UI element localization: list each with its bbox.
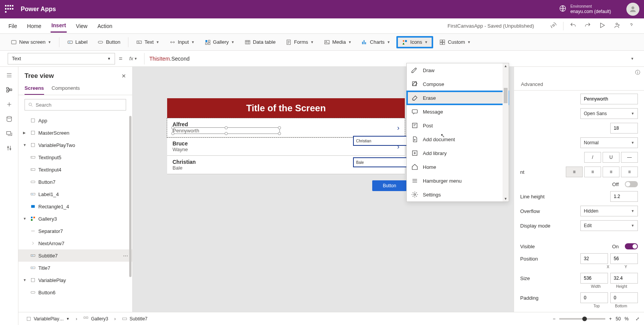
tree-search[interactable]	[25, 99, 126, 111]
label-button[interactable]: Label	[63, 37, 92, 48]
hamburger-icon[interactable]	[5, 71, 13, 79]
forms-button[interactable]: Forms▼	[282, 37, 318, 48]
button-button[interactable]: Button	[94, 37, 124, 48]
tab-advanced[interactable]: Advanced	[521, 78, 543, 90]
zoom-plus-icon[interactable]: +	[609, 316, 612, 322]
property-selector[interactable]: Text ▼	[8, 53, 115, 64]
icon-option-adddoc[interactable]: Add document	[407, 132, 509, 146]
icon-option-erase[interactable]: Erase↖	[407, 91, 509, 105]
data-table-button[interactable]: Data table	[241, 37, 279, 48]
insert-icon[interactable]	[5, 101, 13, 108]
icons-button[interactable]: Icons▼	[396, 36, 433, 48]
environment-picker[interactable]: Environment enayu.com (default)	[559, 4, 611, 14]
tree-node-btn7[interactable]: Button7	[18, 176, 132, 188]
icon-option-compose[interactable]: Compose	[407, 77, 509, 91]
icon-option-home[interactable]: Home	[407, 160, 509, 174]
button7[interactable]: Button	[372, 180, 407, 191]
dropdown-scrollbar[interactable]: ▲▼	[503, 63, 509, 201]
align-right-button[interactable]: ≡	[603, 167, 619, 177]
formula-input[interactable]: ThisItem.Second	[144, 53, 624, 64]
prop-width[interactable]	[580, 273, 608, 284]
chevron-right-icon[interactable]: ›	[397, 124, 399, 132]
prop-y[interactable]	[610, 253, 638, 264]
tree-node-master[interactable]: ▶MasterScreen	[18, 127, 132, 139]
tree-node-ti5[interactable]: TextInput5	[18, 151, 132, 163]
new-screen-button[interactable]: New screen▼	[7, 37, 55, 48]
italic-button[interactable]: /	[584, 152, 601, 163]
gallery-row-1[interactable]: Alfred Pennyworth ›	[167, 118, 405, 137]
tree-node-rect14[interactable]: Rectangle1_4	[18, 200, 132, 213]
crumb-gallery[interactable]: Gallery3	[80, 315, 111, 322]
prop-x[interactable]	[580, 253, 608, 264]
media-panel-icon[interactable]	[5, 130, 13, 137]
zoom-minus-icon[interactable]: −	[553, 316, 555, 322]
icon-option-settings[interactable]: Settings	[407, 188, 509, 201]
media-button[interactable]: Media▼	[320, 37, 355, 48]
tab-components[interactable]: Components	[52, 82, 80, 95]
strike-button[interactable]: —	[621, 152, 638, 163]
icon-option-post[interactable]: Post	[407, 119, 509, 132]
tab-screens[interactable]: Screens	[25, 82, 44, 95]
tree-view-icon[interactable]	[5, 86, 13, 94]
zoom-slider[interactable]	[559, 318, 605, 320]
prop-overflow[interactable]: Hidden▼	[580, 206, 638, 216]
fx-icon[interactable]: fx▼	[126, 56, 140, 61]
menu-view[interactable]: View	[75, 20, 88, 32]
menu-home[interactable]: Home	[26, 20, 42, 32]
redo-icon[interactable]	[583, 20, 593, 31]
expand-formula-icon[interactable]: ▼	[628, 57, 636, 61]
app-checker-icon[interactable]	[549, 20, 559, 31]
tree-node-title7[interactable]: Title7	[18, 262, 132, 274]
input-button[interactable]: Input▼	[166, 37, 199, 48]
tree-scrollbar[interactable]	[129, 116, 131, 277]
menu-insert[interactable]: Insert	[51, 19, 67, 33]
waffle-icon[interactable]	[5, 5, 14, 14]
tree-node-sep7[interactable]: Separator7	[18, 225, 132, 237]
panel-help-icon[interactable]: ⓘ	[514, 67, 644, 78]
align-justify-button[interactable]: ≡	[621, 167, 638, 177]
more-icon[interactable]: ⋯	[123, 253, 128, 259]
icon-option-hamburger[interactable]: Hamburger menu	[407, 174, 509, 188]
tree-node-sub7[interactable]: Subtitle7⋯	[18, 249, 132, 262]
fullscreen-icon[interactable]: ⤢	[636, 316, 639, 322]
visible-toggle[interactable]	[625, 243, 638, 249]
gallery-button[interactable]: Gallery▼	[201, 37, 238, 48]
prop-lineheight[interactable]	[610, 191, 638, 202]
align-center-button[interactable]: ≡	[584, 167, 601, 177]
tree-node-next7[interactable]: NextArrow7	[18, 237, 132, 249]
text-button[interactable]: Text▼	[132, 37, 163, 48]
tree-node-btn6[interactable]: Button6	[18, 286, 132, 299]
crumb-screen[interactable]: VariablePlay…▼	[23, 315, 72, 322]
crumb-subtitle[interactable]: Subtitle7	[119, 315, 151, 322]
icon-option-draw[interactable]: Draw	[407, 63, 509, 77]
prop-pad-top[interactable]	[580, 292, 608, 303]
close-panel-icon[interactable]: ✕	[122, 73, 126, 79]
play-icon[interactable]	[597, 20, 607, 31]
icon-option-addlib[interactable]: Add library	[407, 146, 509, 160]
tree-node-lbl14[interactable]: Label1_4	[18, 188, 132, 200]
tree-node-gal3[interactable]: ▼Gallery3	[18, 213, 132, 225]
data-icon[interactable]	[5, 115, 13, 123]
prop-height[interactable]	[610, 273, 638, 284]
search-input[interactable]	[36, 102, 123, 108]
prop-fontsize[interactable]	[610, 123, 638, 134]
tree-node-ti4[interactable]: TextInput4	[18, 163, 132, 176]
menu-file[interactable]: File	[8, 20, 18, 32]
prop-text[interactable]	[580, 94, 638, 104]
menu-action[interactable]: Action	[97, 20, 113, 32]
align-left-button[interactable]: ≡	[566, 167, 583, 177]
help-icon[interactable]	[626, 20, 636, 31]
prop-fontweight[interactable]: Normal▼	[580, 137, 638, 148]
custom-button[interactable]: Custom▼	[435, 37, 475, 48]
prop-font[interactable]: Open Sans▼	[580, 108, 638, 119]
undo-icon[interactable]	[568, 20, 578, 31]
charts-button[interactable]: Charts▼	[358, 37, 394, 48]
share-icon[interactable]	[612, 20, 622, 31]
prop-displaymode[interactable]: Edit▼	[580, 220, 638, 231]
prop-pad-bottom[interactable]	[610, 292, 638, 303]
icon-option-message[interactable]: Message	[407, 105, 509, 119]
user-avatar[interactable]	[626, 3, 639, 16]
tree-node-vp[interactable]: ▼VariablePlay	[18, 274, 132, 286]
underline-button[interactable]: U	[603, 152, 619, 163]
advanced-tools-icon[interactable]	[5, 144, 13, 152]
